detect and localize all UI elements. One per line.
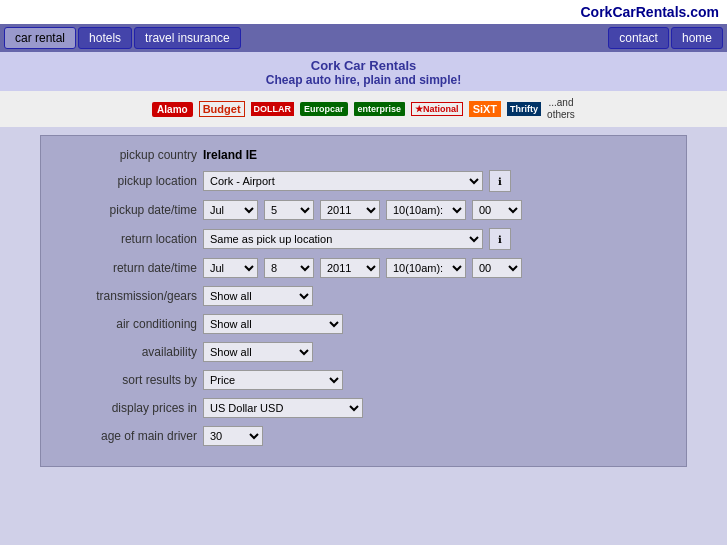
logo-enterprise: enterprise xyxy=(354,102,406,116)
transmission-select[interactable]: Show all Automatic Manual xyxy=(203,286,313,306)
pickup-year-select[interactable]: 201120122013 xyxy=(320,200,380,220)
sort-select[interactable]: Price Name Category xyxy=(203,370,343,390)
return-datetime-label: return date/time xyxy=(57,261,197,275)
pickup-location-label: pickup location xyxy=(57,174,197,188)
ac-row: air conditioning Show all With AC Withou… xyxy=(57,314,670,334)
pickup-country-label: pickup country xyxy=(57,148,197,162)
main-form-wrapper: pickup country Ireland IE pickup locatio… xyxy=(0,127,727,475)
nav-hotels[interactable]: hotels xyxy=(78,27,132,49)
pickup-location-row: pickup location Cork - Airport Cork - Ci… xyxy=(57,170,670,192)
return-hour-select[interactable]: 10(10am): xyxy=(386,258,466,278)
return-location-info-button[interactable]: ℹ xyxy=(489,228,511,250)
currency-label: display prices in xyxy=(57,401,197,415)
logo-national: ★National xyxy=(411,102,463,116)
logo-budget: Budget xyxy=(199,101,245,117)
site-title: Cork Car Rentals xyxy=(0,58,727,73)
return-location-label: return location xyxy=(57,232,197,246)
nav-right: contact home xyxy=(608,27,723,49)
currency-row: display prices in US Dollar USD Euro EUR… xyxy=(57,398,670,418)
availability-row: availability Show all Available On reque… xyxy=(57,342,670,362)
return-year-select[interactable]: 201120122013 xyxy=(320,258,380,278)
nav-bar: car rental hotels travel insurance conta… xyxy=(0,24,727,52)
return-month-select[interactable]: JanFebMarAprMayJunJulAugSepOctNovDec xyxy=(203,258,258,278)
return-location-select[interactable]: Same as pick up location Cork - Airport … xyxy=(203,229,483,249)
logo-dollar: DOLLAR xyxy=(251,102,295,116)
sort-row: sort results by Price Name Category xyxy=(57,370,670,390)
logo-others: ...andothers xyxy=(547,97,575,121)
pickup-country-value: Ireland IE xyxy=(203,148,257,162)
return-location-row: return location Same as pick up location… xyxy=(57,228,670,250)
nav-car-rental[interactable]: car rental xyxy=(4,27,76,49)
nav-contact[interactable]: contact xyxy=(608,27,669,49)
logos-bar: Alamo Budget DOLLAR Europcar enterprise … xyxy=(0,91,727,127)
pickup-day-select[interactable]: 12345678910 xyxy=(264,200,314,220)
pickup-hour-select[interactable]: 10(10am): xyxy=(386,200,466,220)
pickup-location-select[interactable]: Cork - Airport Cork - City xyxy=(203,171,483,191)
availability-select[interactable]: Show all Available On request xyxy=(203,342,313,362)
return-min-select[interactable]: 00153045 xyxy=(472,258,522,278)
pickup-datetime-row: pickup date/time JanFebMarAprMayJunJulAu… xyxy=(57,200,670,220)
pickup-min-select[interactable]: 00153045 xyxy=(472,200,522,220)
domain-text: CorkCarRentals.com xyxy=(581,4,720,20)
logo-europcar: Europcar xyxy=(300,102,348,116)
availability-label: availability xyxy=(57,345,197,359)
currency-select[interactable]: US Dollar USD Euro EUR GBP Sterling xyxy=(203,398,363,418)
logo-thrifty: Thrifty xyxy=(507,102,541,116)
ac-select[interactable]: Show all With AC Without AC xyxy=(203,314,343,334)
nav-travel-insurance[interactable]: travel insurance xyxy=(134,27,241,49)
return-day-select[interactable]: 12345678910 xyxy=(264,258,314,278)
transmission-row: transmission/gears Show all Automatic Ma… xyxy=(57,286,670,306)
header-section: Cork Car Rentals Cheap auto hire, plain … xyxy=(0,52,727,91)
logo-alamo: Alamo xyxy=(152,102,193,117)
main-form: pickup country Ireland IE pickup locatio… xyxy=(40,135,687,467)
nav-home[interactable]: home xyxy=(671,27,723,49)
domain-bar: CorkCarRentals.com xyxy=(0,0,727,24)
age-label: age of main driver xyxy=(57,429,197,443)
pickup-datetime-label: pickup date/time xyxy=(57,203,197,217)
pickup-country-row: pickup country Ireland IE xyxy=(57,148,670,162)
sort-label: sort results by xyxy=(57,373,197,387)
site-subtitle: Cheap auto hire, plain and simple! xyxy=(0,73,727,87)
logo-sixt: SiXT xyxy=(469,101,501,117)
pickup-location-info-button[interactable]: ℹ xyxy=(489,170,511,192)
return-datetime-row: return date/time JanFebMarAprMayJunJulAu… xyxy=(57,258,670,278)
nav-left: car rental hotels travel insurance xyxy=(4,27,241,49)
age-select[interactable]: 18192021222324252627282930 xyxy=(203,426,263,446)
ac-label: air conditioning xyxy=(57,317,197,331)
age-row: age of main driver 181920212223242526272… xyxy=(57,426,670,446)
pickup-month-select[interactable]: JanFebMarAprMayJunJulAugSepOctNovDec xyxy=(203,200,258,220)
transmission-label: transmission/gears xyxy=(57,289,197,303)
